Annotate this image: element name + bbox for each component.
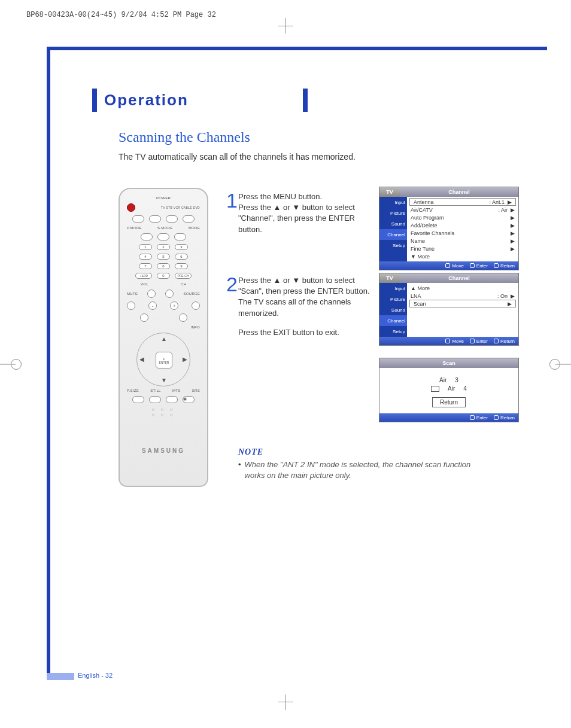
remote-label: INFO [190,325,200,329]
step-number: 2 [226,270,238,299]
remote-dots: ○ ○ ○○ ○ ○ [127,407,200,418]
remote-label: S.MODE [157,226,172,230]
chevron-right-icon: ▶ [508,199,512,205]
page-number: English - 32 [78,672,113,679]
remote-key: 1 [139,244,152,250]
remote-label: P.MODE [127,226,142,230]
remote-key: 9 [175,263,188,269]
print-header: BP68-00423A-00(24~45) 9/2/04 4:52 PM Pag… [26,11,216,19]
osd-row-label: LNA [411,293,421,299]
osd-row-label: Antenna [414,199,434,205]
remote-minus-icon: - [148,301,157,310]
osd-side-label: Picture [390,211,405,216]
remote-mute-icon [127,301,135,310]
remote-key: 3 [175,244,188,250]
osd-row-label: Name [411,238,425,244]
remote-label: P.SIZE [127,389,139,392]
down-arrow-icon: ▼ [161,377,167,383]
osd-panel-channel-1: TV Channel Input Picture Sound Channel S… [379,187,519,270]
osd-row-label: Auto Program [411,215,444,221]
osd-side-label: Sound [391,307,405,313]
osd-row-label: Add/Delete [411,223,438,229]
remote-key: 7 [139,263,152,269]
osd-side-label: Input [394,200,405,205]
section-heading: Operation [92,89,308,112]
remote-plus-icon: + [170,301,178,310]
osd-footer-label: Enter [476,263,488,269]
chevron-right-icon: ▶ [511,223,515,229]
return-icon [494,415,499,420]
right-arrow-icon: ▶ [183,356,187,363]
remote-vol-up-icon [147,290,156,298]
osd-panel-channel-2: TV Channel Input Picture Sound Channel S… [379,273,519,346]
tv-icon [431,386,439,392]
step-text: Press the EXIT button to exit. [238,327,370,338]
remote-label: SOURCE [183,292,199,296]
note-block: NOTE • When the "ANT 2 IN" mode is selec… [238,447,547,481]
osd-title: Channel [400,187,518,197]
remote-label: MTS [172,389,181,392]
left-arrow-icon: ◀ [139,356,144,363]
osd-footer-label: Move [452,339,464,344]
brand-logo: SAMSUNG [127,447,200,454]
osd-row-label: ▲ More [411,285,430,291]
osd-side-label: Channel [387,232,405,237]
enter-icon [470,415,475,420]
remote-key: 2 [157,244,170,250]
remote-key: 5 [157,254,170,260]
step-text: Press the ▲ or ▼ button to select "Scan"… [238,275,370,319]
chevron-right-icon: ▶ [511,207,515,213]
remote-key: 4 [139,254,152,260]
move-icon [445,263,450,268]
osd-row-label: ▼ More [411,254,430,260]
osd-footer: Move Enter Return [379,337,518,345]
remote-illustration: POWER TV STB VCR CABLE DVD P.MODE S.MODE… [119,188,208,487]
osd-footer-label: Enter [476,415,488,421]
osd-side-label: Channel [387,318,405,324]
scan-label: Air [439,377,447,383]
remote-label: MODE [189,226,200,230]
remote-key: +100 [135,273,152,279]
chevron-right-icon: ▶ [511,293,515,299]
remote-label: VOL [141,282,148,286]
bullet-icon: • [238,459,241,481]
osd-side-label: Input [394,286,405,291]
step-1: 1 Press the MENU button. Press the ▲ or … [238,191,370,235]
decorative-bar [47,47,50,680]
osd-row-label: Fine Tune [411,246,435,252]
chevron-right-icon: ▶ [511,246,515,252]
osd-list: ▲ More LNA: On ▶ Scan▶ [407,283,518,337]
remote-key: 6 [175,254,188,260]
remote-device-labels: TV STB VCR CABLE DVD [161,206,200,209]
chevron-right-icon: ▶ [511,230,515,236]
page-frame: Operation Scanning the Channels The TV a… [47,47,547,680]
remote-label: ENTER [159,361,169,364]
osd-row-value: : Air [498,207,508,213]
osd-footer-label: Return [500,339,515,344]
osd-side-label: Sound [391,221,405,227]
remote-label: CH [181,282,186,286]
crop-mark [278,702,293,702]
osd-row-label: Favorite Channels [411,230,454,236]
osd-list: Antenna: Ant.1 ▶ Air/CATV: Air ▶ Auto Pr… [407,197,518,261]
osd-title: Scan [379,358,518,368]
remote-power-label: POWER [156,196,171,200]
srs-icon: ◉ [183,396,195,403]
scan-value: 4 [463,385,467,392]
osd-title: Channel [400,273,518,283]
enter-icon [470,263,475,268]
scan-value: 3 [455,377,458,383]
intro-text: The TV automatically scan all of the cha… [119,152,356,162]
return-icon [494,263,499,268]
osd-footer-label: Return [500,263,515,269]
power-button-icon [127,203,135,212]
remote-enter-button: ↵ ENTER [156,352,172,368]
return-icon [494,339,499,343]
chevron-right-icon: ▶ [508,301,512,307]
up-arrow-icon: ▲ [161,336,167,342]
remote-source-icon [192,301,200,310]
registration-circle [11,359,22,370]
enter-icon: ↵ [163,357,166,361]
remote-label: SRS [192,389,200,392]
chevron-right-icon: ▶ [511,215,515,221]
